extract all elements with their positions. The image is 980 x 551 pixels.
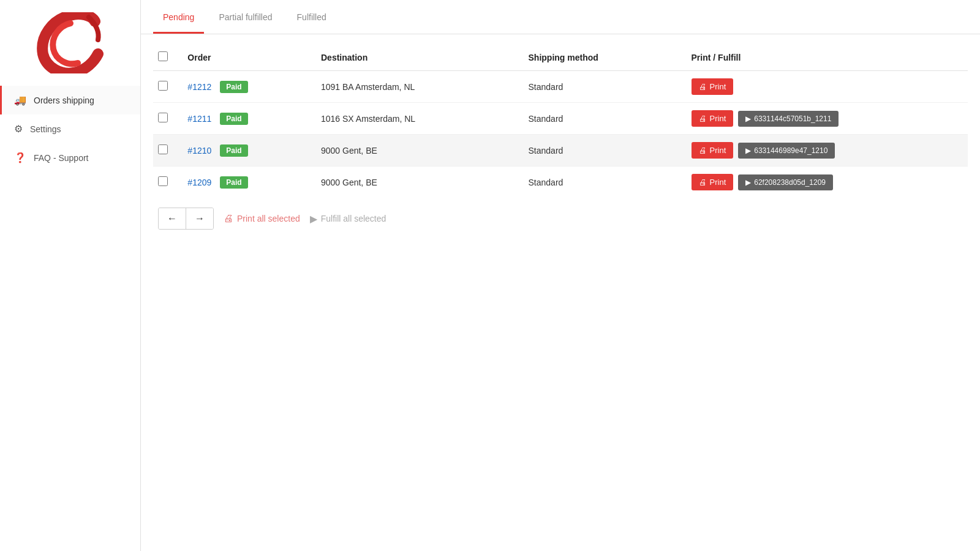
row-checkbox-#1209[interactable] xyxy=(158,176,168,186)
column-shipping-method: Shipping method xyxy=(529,53,598,62)
logo-icon xyxy=(34,12,107,73)
print-button-#1212[interactable]: 🖨 Print xyxy=(692,78,734,95)
table-row: #1211Paid1016 SX Amsterdam, NLStandard🖨 … xyxy=(153,103,968,135)
print-btn-icon: 🖨 xyxy=(699,178,707,187)
order-link-#1210[interactable]: #1210 xyxy=(187,146,211,156)
print-button-#1209[interactable]: 🖨 Print xyxy=(692,174,734,190)
sidebar-item-orders-shipping[interactable]: 🚚 Orders shipping xyxy=(0,86,140,114)
table-row: #1209Paid9000 Gent, BEStandard🖨 Print▶ 6… xyxy=(153,167,968,198)
order-link-#1212[interactable]: #1212 xyxy=(187,82,211,92)
select-all-checkbox[interactable] xyxy=(158,51,168,61)
table-row: #1210Paid9000 Gent, BEStandard🖨 Print▶ 6… xyxy=(153,135,968,167)
sidebar: 🚚 Orders shipping ⚙ Settings ❓ FAQ - Sup… xyxy=(0,0,141,551)
shipping-method-cell: Standard xyxy=(524,103,687,135)
destination-cell: 1091 BA Amsterdam, NL xyxy=(316,71,524,103)
tab-partial-fulfilled[interactable]: Partial fulfilled xyxy=(209,0,282,34)
truck-icon: 🚚 xyxy=(14,94,26,106)
tab-fulfilled[interactable]: Fulfilled xyxy=(287,0,336,34)
paid-badge: Paid xyxy=(220,81,247,93)
print-btn-icon: 🖨 xyxy=(699,146,707,155)
column-order: Order xyxy=(187,53,211,62)
paid-badge: Paid xyxy=(220,113,247,125)
print-all-label: Print all selected xyxy=(237,214,300,223)
print-button-#1211[interactable]: 🖨 Print xyxy=(692,110,734,127)
fulfill-all-selected-button[interactable]: ▶ Fulfill all selected xyxy=(310,213,386,225)
fulfill-btn-icon: ▶ xyxy=(745,114,751,123)
sidebar-item-settings-label: Settings xyxy=(30,124,61,134)
sidebar-item-faq-support[interactable]: ❓ FAQ - Support xyxy=(0,143,140,172)
destination-cell: 9000 Gent, BE xyxy=(316,167,524,198)
destination-cell: 1016 SX Amsterdam, NL xyxy=(316,103,524,135)
sidebar-item-settings[interactable]: ⚙ Settings xyxy=(0,114,140,143)
sidebar-item-orders-shipping-label: Orders shipping xyxy=(34,96,94,105)
destination-cell: 9000 Gent, BE xyxy=(316,135,524,167)
print-all-icon: 🖨 xyxy=(224,213,233,224)
prev-page-button[interactable]: ← xyxy=(159,208,186,229)
row-checkbox-#1211[interactable] xyxy=(158,113,168,122)
sidebar-item-faq-label: FAQ - Support xyxy=(34,153,88,163)
fulfill-button-#1209[interactable]: ▶ 62f208238d05d_1209 xyxy=(738,174,833,190)
paid-badge: Paid xyxy=(220,176,247,189)
shipping-method-cell: Standard xyxy=(524,167,687,198)
row-checkbox-#1210[interactable] xyxy=(158,144,168,154)
pagination-controls: ← → xyxy=(158,208,214,230)
logo xyxy=(0,0,140,86)
next-page-button[interactable]: → xyxy=(186,208,213,229)
fulfill-button-#1211[interactable]: ▶ 6331144c57051b_1211 xyxy=(738,111,839,127)
tab-bar: Pending Partial fulfilled Fulfilled xyxy=(141,0,980,34)
print-button-#1210[interactable]: 🖨 Print xyxy=(692,142,734,159)
table-row: #1212Paid1091 BA Amsterdam, NLStandard🖨 … xyxy=(153,71,968,103)
print-btn-icon: 🖨 xyxy=(699,114,707,123)
order-link-#1209[interactable]: #1209 xyxy=(187,178,211,187)
print-btn-icon: 🖨 xyxy=(699,82,707,91)
sidebar-navigation: 🚚 Orders shipping ⚙ Settings ❓ FAQ - Sup… xyxy=(0,86,140,551)
tab-pending[interactable]: Pending xyxy=(153,0,204,34)
column-destination: Destination xyxy=(321,53,368,62)
order-link-#1211[interactable]: #1211 xyxy=(187,114,211,124)
row-checkbox-#1212[interactable] xyxy=(158,81,168,91)
shipping-method-cell: Standard xyxy=(524,135,687,167)
gear-icon: ⚙ xyxy=(14,123,23,135)
orders-table: Order Destination Shipping method Print … xyxy=(153,44,968,198)
fulfill-btn-icon: ▶ xyxy=(745,178,751,187)
fulfill-all-icon: ▶ xyxy=(310,213,317,225)
print-all-selected-button[interactable]: 🖨 Print all selected xyxy=(224,213,300,224)
table-header-row: Order Destination Shipping method Print … xyxy=(153,44,968,71)
main-content: Pending Partial fulfilled Fulfilled Orde… xyxy=(141,0,980,551)
question-icon: ❓ xyxy=(14,152,26,163)
column-print-fulfill: Print / Fulfill xyxy=(692,53,741,62)
shipping-method-cell: Standard xyxy=(524,71,687,103)
paid-badge: Paid xyxy=(220,144,247,157)
orders-table-container: Order Destination Shipping method Print … xyxy=(141,34,980,249)
fulfill-btn-icon: ▶ xyxy=(745,146,751,155)
fulfill-button-#1210[interactable]: ▶ 6331446989e47_1210 xyxy=(738,143,835,159)
bottom-bar: ← → 🖨 Print all selected ▶ Fulfill all s… xyxy=(153,198,968,239)
fulfill-all-label: Fulfill all selected xyxy=(321,214,386,223)
